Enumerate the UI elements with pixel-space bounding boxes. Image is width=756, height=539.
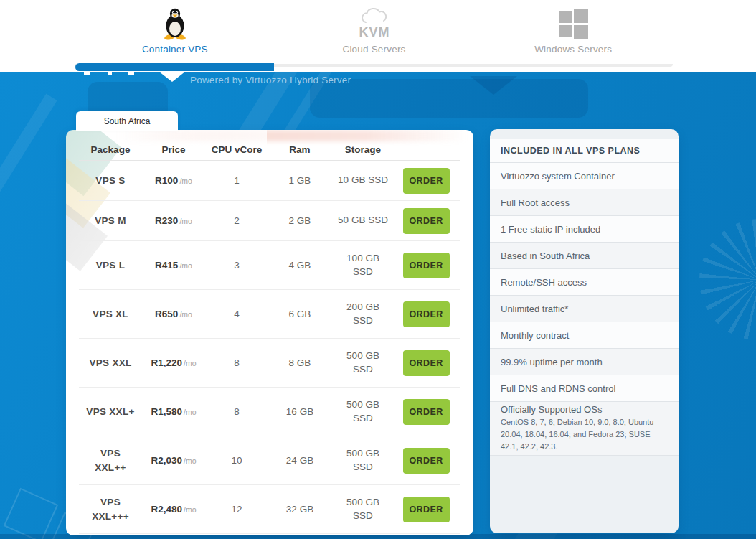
tab-label: Container VPS	[142, 44, 208, 55]
svg-text:KVM: KVM	[359, 25, 389, 39]
cpu-cell: 1	[205, 175, 268, 186]
product-tab-bar: Container VPS KVM Cloud Servers	[75, 0, 673, 72]
feature-label: Full DNS and RDNS control	[501, 383, 668, 394]
table-row: VPS XXL+++R2,480/mo1232 GB500 GB SSDORDE…	[79, 485, 460, 534]
package-cell: VPS XXL++	[79, 446, 142, 474]
feature-label: Based in South Africa	[501, 250, 668, 261]
package-cell: VPS XXL+	[79, 405, 142, 419]
ram-cell: 1 GB	[268, 175, 331, 186]
windows-logo-icon	[557, 6, 589, 40]
feature-label: Remote/SSH access	[501, 277, 668, 288]
order-cell: ORDER	[394, 253, 458, 278]
header-package: Package	[79, 144, 142, 155]
price-cell: R230/mo	[142, 215, 205, 226]
ram-cell: 4 GB	[268, 260, 331, 271]
package-cell: VPS L	[79, 258, 142, 273]
feature-item: 99.9% uptime per month	[490, 349, 679, 375]
included-features-card: INCLUDED IN ALL VPS PLANS Virtuozzo syst…	[490, 129, 679, 533]
header-price: Price	[142, 144, 205, 155]
cpu-cell: 2	[205, 215, 268, 226]
order-cell: ORDER	[394, 399, 458, 425]
header-storage: Storage	[331, 144, 394, 155]
storage-cell: 10 GB SSD	[331, 174, 394, 187]
tab-cloud-servers[interactable]: KVM Cloud Servers	[275, 0, 474, 63]
ram-cell: 32 GB	[268, 504, 331, 515]
order-button[interactable]: ORDER	[403, 448, 450, 474]
price-cell: R415/mo	[142, 260, 205, 271]
tab-label: Windows Servers	[534, 44, 612, 55]
powered-by-text: Powered by Virtuozzo Hybrid Server	[190, 75, 351, 85]
order-button[interactable]: ORDER	[403, 350, 450, 376]
order-button[interactable]: ORDER	[403, 208, 450, 234]
table-row: VPS SR100/mo11 GB10 GB SSDORDER	[79, 161, 460, 201]
feature-item: Monthly contract	[490, 322, 679, 349]
ram-cell: 2 GB	[268, 215, 331, 226]
cpu-cell: 12	[205, 504, 268, 515]
ram-cell: 8 GB	[268, 357, 331, 368]
feature-label: Monthly contract	[501, 330, 668, 341]
included-features-title: INCLUDED IN ALL VPS PLANS	[490, 139, 679, 163]
feature-item: Virtuozzo system Container	[490, 163, 679, 189]
table-row: VPS MR230/mo22 GB50 GB SSDORDER	[79, 201, 460, 241]
order-cell: ORDER	[394, 168, 458, 194]
feature-item: 1 Free static IP included	[490, 216, 679, 243]
feature-item: Unlimited traffic*	[490, 296, 679, 322]
price-cell: R2,480/mo	[142, 504, 205, 515]
storage-cell: 100 GB SSD	[331, 252, 394, 279]
package-cell: VPS XXL+++	[79, 495, 142, 523]
tab-label: Cloud Servers	[342, 44, 405, 55]
included-features-panel: INCLUDED IN ALL VPS PLANS Virtuozzo syst…	[490, 139, 679, 456]
active-tab-indicator	[75, 63, 274, 71]
price-cell: R2,030/mo	[142, 455, 205, 466]
region-tab-label: South Africa	[104, 116, 151, 126]
feature-label: Officially Supported OSs	[501, 404, 668, 415]
order-button[interactable]: ORDER	[403, 399, 450, 425]
table-row: VPS XLR650/mo46 GB200 GB SSDORDER	[79, 290, 460, 339]
region-tab-south-africa[interactable]: South Africa	[76, 111, 178, 131]
feature-label: Full Root access	[501, 197, 668, 208]
table-row: VPS XXL+R1,580/mo816 GB500 GB SSDORDER	[79, 388, 460, 436]
package-cell: VPS XXL	[79, 356, 142, 370]
price-cell: R100/mo	[142, 175, 205, 186]
pricing-card: Package Price CPU vCore Ram Storage VPS …	[66, 130, 473, 535]
package-cell: VPS S	[79, 174, 142, 188]
order-cell: ORDER	[394, 497, 458, 522]
storage-cell: 200 GB SSD	[331, 301, 394, 328]
plans-table-body: VPS SR100/mo11 GB10 GB SSDORDERVPS MR230…	[79, 161, 460, 534]
tab-windows-servers[interactable]: Windows Servers	[473, 0, 673, 63]
price-cell: R650/mo	[142, 309, 205, 319]
decor-rays	[699, 219, 756, 341]
cpu-cell: 8	[205, 406, 268, 417]
order-cell: ORDER	[394, 350, 458, 376]
plans-table-header: Package Price CPU vCore Ram Storage	[79, 139, 460, 161]
feature-item: Remote/SSH access	[490, 269, 679, 296]
feature-label: 1 Free static IP included	[501, 224, 668, 235]
storage-cell: 500 GB SSD	[331, 398, 394, 426]
order-button[interactable]: ORDER	[403, 168, 450, 194]
order-cell: ORDER	[394, 208, 458, 234]
cpu-cell: 4	[205, 309, 268, 319]
header-cpu: CPU vCore	[205, 144, 268, 155]
order-cell: ORDER	[394, 448, 458, 474]
ram-cell: 6 GB	[268, 309, 331, 319]
storage-cell: 500 GB SSD	[331, 350, 394, 377]
kvm-cloud-icon: KVM	[354, 6, 394, 40]
header-ram: Ram	[268, 144, 331, 155]
tux-penguin-icon	[161, 6, 189, 40]
price-cell: R1,580/mo	[142, 406, 205, 417]
order-button[interactable]: ORDER	[403, 497, 450, 522]
feature-label: 99.9% uptime per month	[501, 357, 668, 367]
feature-item: Full Root access	[490, 189, 679, 216]
plans-table: Package Price CPU vCore Ram Storage VPS …	[79, 139, 460, 534]
tab-container-vps[interactable]: Container VPS	[75, 0, 275, 63]
order-button[interactable]: ORDER	[403, 253, 450, 278]
feature-item: Based in South Africa	[490, 243, 679, 269]
active-tab-pointer	[159, 72, 185, 82]
storage-cell: 500 GB SSD	[331, 496, 394, 523]
order-button[interactable]: ORDER	[403, 301, 450, 327]
included-features-list: Virtuozzo system ContainerFull Root acce…	[490, 163, 679, 456]
table-row: VPS XXL++R2,030/mo1024 GB500 GB SSDORDER	[79, 436, 460, 485]
cpu-cell: 8	[205, 357, 268, 368]
feature-item: Officially Supported OSsCentOS 8, 7, 6; …	[490, 402, 679, 456]
ram-cell: 16 GB	[268, 406, 331, 417]
